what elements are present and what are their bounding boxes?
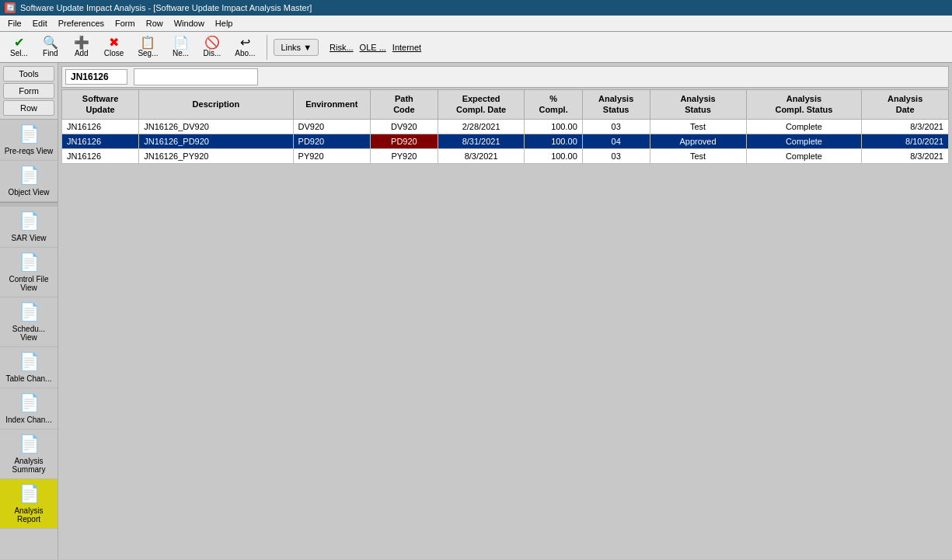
cell-analysis_compl_status: Complete <box>746 148 862 163</box>
new-button[interactable]: 📄 Ne... <box>167 34 195 60</box>
menu-help[interactable]: Help <box>211 17 238 30</box>
cell-analysis_status2: Approved <box>650 134 746 148</box>
index-change-icon: 📄 <box>19 393 40 413</box>
menu-preferences[interactable]: Preferences <box>54 17 109 30</box>
cell-sw_update: JN16126 <box>62 148 139 163</box>
sidebar-item-table-change-view[interactable]: 📄 Table Chan... <box>0 347 58 388</box>
analysis-summary-icon: 📄 <box>19 434 40 454</box>
cell-sw_update: JN16126 <box>62 134 139 148</box>
cell-expected_compl_date: 8/31/2021 <box>438 134 525 148</box>
toolbar: ✔ Sel... 🔍 Find ➕ Add ✖ Close 📋 Seg... 📄… <box>0 32 952 63</box>
col-header-analysis-compl-status: AnalysisCompl. Status <box>746 90 862 120</box>
menu-form[interactable]: Form <box>110 17 140 30</box>
sidebar-item-analysis-summary-view[interactable]: 📄 Analysis Summary <box>0 430 58 479</box>
links-dropdown-icon: ▼ <box>303 43 312 52</box>
header-id-field: JN16126 <box>65 69 127 85</box>
cell-analysis_date: 8/3/2021 <box>862 148 949 163</box>
cell-environment: PY920 <box>293 148 370 163</box>
table-header-row: SoftwareUpdate Description Environment P… <box>62 90 949 120</box>
title-bar: 🔄 Software Update Impact Analysis - [Sof… <box>0 0 952 16</box>
window-title: Software Update Impact Analysis - [Softw… <box>20 3 312 12</box>
add-button[interactable]: ➕ Add <box>68 34 96 60</box>
col-header-expected-compl-date: ExpectedCompl. Date <box>438 90 525 120</box>
cell-description: JN16126_PY920 <box>139 148 293 163</box>
col-header-sw-update: SoftwareUpdate <box>62 90 139 120</box>
cell-expected_compl_date: 8/3/2021 <box>438 148 525 163</box>
object-view-icon: 📄 <box>19 165 40 186</box>
close-icon: ✖ <box>109 37 119 49</box>
sidebar-item-analysis-report-view[interactable]: 📄 Analysis Report <box>0 479 58 529</box>
cell-expected_compl_date: 2/28/2021 <box>438 119 525 134</box>
sidebar-top-section: Tools Form Row <box>0 63 58 120</box>
menu-file[interactable]: File <box>3 17 26 30</box>
col-header-environment: Environment <box>293 90 370 120</box>
select-button[interactable]: ✔ Sel... <box>5 34 33 60</box>
cell-pct_compl: 100.00 <box>525 148 582 163</box>
table-row[interactable]: JN16126JN16126_DV920DV920DV9202/28/20211… <box>62 119 949 134</box>
col-header-description: Description <box>139 90 293 120</box>
toolbar-separator <box>267 35 267 60</box>
seg-icon: 📋 <box>140 37 155 49</box>
find-button[interactable]: 🔍 Find <box>37 34 65 60</box>
cell-analysis_date: 8/10/2021 <box>862 134 949 148</box>
sidebar-item-schedule-view[interactable]: 📄 Schedu... View <box>0 297 58 347</box>
table-body: JN16126JN16126_DV920DV920DV9202/28/20211… <box>62 119 949 163</box>
abo-icon: ↩ <box>240 37 250 49</box>
cell-path_code: DV920 <box>371 119 438 134</box>
sidebar-item-sar-view[interactable]: 📄 SAR View <box>0 207 58 248</box>
cell-description: JN16126_DV920 <box>139 119 293 134</box>
control-file-icon: 📄 <box>19 252 40 273</box>
cell-sw_update: JN16126 <box>62 119 139 134</box>
header-extra-field <box>134 68 258 85</box>
cell-path_code: PD920 <box>371 134 438 148</box>
cell-analysis_compl_status: Complete <box>746 119 862 134</box>
select-icon: ✔ <box>14 37 24 49</box>
table-change-icon: 📄 <box>19 352 40 372</box>
schedule-view-icon: 📄 <box>19 302 40 322</box>
close-button[interactable]: ✖ Close <box>99 34 130 60</box>
sidebar-item-index-change-view[interactable]: 📄 Index Chan... <box>0 388 58 430</box>
dis-button[interactable]: 🚫 Dis... <box>198 34 227 60</box>
prereqs-view-icon: 📄 <box>19 124 40 144</box>
cell-analysis_status1: 04 <box>582 134 650 148</box>
menu-edit[interactable]: Edit <box>28 17 52 30</box>
col-header-pct-compl: %Compl. <box>525 90 582 120</box>
table-row[interactable]: JN16126JN16126_PY920PY920PY9208/3/202110… <box>62 148 949 163</box>
app-icon: 🔄 <box>5 2 16 13</box>
content-area: JN16126 SoftwareUpdate Description Envir… <box>58 63 952 559</box>
menu-row[interactable]: Row <box>141 17 168 30</box>
data-table: SoftwareUpdate Description Environment P… <box>61 89 949 164</box>
col-header-analysis-status-2: AnalysisStatus <box>650 90 746 120</box>
links-button[interactable]: Links ▼ <box>274 39 319 56</box>
header-row: JN16126 <box>61 66 949 88</box>
cell-analysis_status2: Test <box>650 148 746 163</box>
cell-analysis_status2: Test <box>650 119 746 134</box>
col-header-path-code: PathCode <box>371 90 438 120</box>
sidebar-item-prereqs-view[interactable]: 📄 Pre-reqs View <box>0 120 58 161</box>
find-icon: 🔍 <box>43 37 58 49</box>
toolbar-right: Risk... OLE ... Internet <box>330 43 421 52</box>
sidebar-item-control-file-view[interactable]: 📄 Control File View <box>0 248 58 297</box>
sidebar-item-object-view[interactable]: 📄 Object View <box>0 161 58 202</box>
ole-link[interactable]: OLE ... <box>360 43 386 52</box>
col-header-analysis-date: AnalysisDate <box>862 90 949 120</box>
cell-analysis_status1: 03 <box>582 148 650 163</box>
cell-description: JN16126_PD920 <box>139 134 293 148</box>
menu-bar: File Edit Preferences Form Row Window He… <box>0 16 952 32</box>
sidebar-tools-button[interactable]: Tools <box>3 66 54 82</box>
cell-pct_compl: 100.00 <box>525 119 582 134</box>
main-layout: Tools Form Row 📄 Pre-reqs View 📄 Object … <box>0 63 952 559</box>
sidebar-row-button[interactable]: Row <box>3 100 54 116</box>
menu-window[interactable]: Window <box>169 17 209 30</box>
seg-button[interactable]: 📋 Seg... <box>132 34 163 60</box>
new-icon: 📄 <box>173 37 189 49</box>
abo-button[interactable]: ↩ Abo... <box>229 34 260 60</box>
table-row[interactable]: JN16126JN16126_PD920PD920PD9208/31/20211… <box>62 134 949 148</box>
analysis-report-icon: 📄 <box>19 484 40 504</box>
col-header-analysis-status-1: AnalysisStatus <box>582 90 650 120</box>
sidebar-form-button[interactable]: Form <box>3 83 54 99</box>
internet-link[interactable]: Internet <box>392 43 421 52</box>
risk-link[interactable]: Risk... <box>330 43 354 52</box>
sidebar-scroll-area: 📄 Pre-reqs View 📄 Object View 📄 SAR View… <box>0 120 58 559</box>
cell-analysis_status1: 03 <box>582 119 650 134</box>
